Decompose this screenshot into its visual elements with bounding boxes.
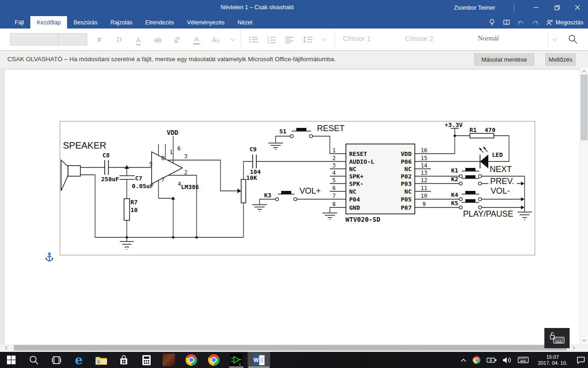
store-button[interactable] [113, 352, 135, 368]
undo-icon[interactable] [517, 19, 525, 26]
styles-divider [548, 33, 548, 46]
circuit-app-button[interactable]: c [225, 352, 248, 368]
start-button[interactable] [0, 352, 23, 368]
ic-name-nc3: NC [404, 166, 412, 172]
share-person-icon [546, 19, 554, 26]
text-effects-button[interactable]: A [211, 36, 221, 44]
horizontal-scroll-thumb[interactable] [14, 345, 567, 351]
ic-name-p06: P06 [401, 158, 412, 165]
tab-rajzolas[interactable]: Rajzolás [104, 16, 139, 29]
underline-button[interactable]: A [133, 36, 143, 44]
style-cimsor2[interactable]: Címsor 2 [405, 34, 433, 42]
paragraph-group-chevron-icon[interactable] [321, 38, 326, 41]
ic-pin-5: 5 [332, 177, 335, 184]
vertical-scroll-thumb[interactable] [581, 75, 588, 140]
strikethrough-button[interactable]: ab [153, 36, 163, 44]
scroll-left-button[interactable] [0, 344, 13, 351]
file-explorer-button[interactable] [90, 352, 113, 368]
save-copy-button[interactable]: Másolat mentése [474, 53, 534, 66]
chevron-down-icon [582, 339, 586, 342]
search-icon[interactable] [568, 34, 578, 45]
ic-pin-13: 13 [421, 170, 427, 176]
playpause-label: PLAY/PAUSE [463, 209, 513, 218]
scroll-up-button[interactable] [580, 68, 588, 75]
ic-pin-11: 11 [421, 185, 427, 191]
volume-icon[interactable] [503, 356, 512, 364]
bold-button[interactable]: F [95, 36, 105, 44]
highlighter-button[interactable] [172, 35, 182, 45]
clock-date: 2017. 04. 10. [535, 360, 571, 366]
taskbar-search-button[interactable] [23, 352, 45, 368]
italic-button[interactable]: D [114, 36, 124, 44]
k5-ref: K5 [451, 200, 458, 207]
minimize-button[interactable] [526, 0, 547, 15]
tab-velemenyezes[interactable]: Véleményezés [181, 16, 231, 29]
ic-name-p03: P03 [401, 180, 412, 187]
redo-icon[interactable] [531, 19, 539, 26]
lightbulb-icon[interactable] [488, 18, 496, 26]
r7-ref: R7 [130, 199, 138, 206]
styles-chevron-icon[interactable] [552, 38, 557, 41]
c8-value: 250uF [101, 176, 119, 183]
task-view-button[interactable] [45, 352, 68, 368]
c7-value: 0.05uF [132, 183, 153, 190]
tray-chevron-up-icon[interactable] [460, 358, 467, 362]
font-group-chevron-icon[interactable] [230, 38, 235, 41]
tray-keyboard-icon[interactable] [518, 356, 529, 363]
tab-nezet[interactable]: Nézet [231, 16, 259, 29]
word-button[interactable]: W [248, 352, 270, 368]
opamp-pin5: 5 [149, 161, 153, 167]
active-app-indicator [249, 367, 269, 368]
game-app-icon [163, 354, 175, 366]
restore-button[interactable] [547, 0, 567, 15]
schematic-border [60, 121, 535, 255]
numbered-list-icon[interactable]: 123 [266, 35, 277, 44]
edge-button[interactable]: e [68, 352, 90, 368]
font-name-combobox[interactable] [11, 34, 59, 45]
style-cimsor1[interactable]: Címsor 1 [343, 34, 371, 42]
tab-elrendezes[interactable]: Elrendezés [139, 16, 181, 29]
font-color-button[interactable]: A [192, 35, 202, 45]
battery-icon[interactable] [486, 357, 497, 363]
ic-pin-8: 8 [332, 201, 335, 207]
ribbon-toolbar: F D A ab A A 123 Címsor 1 Címsor 2 Normá… [0, 29, 588, 51]
tab-kezdolap[interactable]: Kezdőlap [30, 16, 67, 29]
line-spacing-icon[interactable] [302, 35, 313, 44]
touch-keyboard-popup[interactable] [544, 328, 570, 348]
tab-beszuras[interactable]: Beszúrás [67, 16, 104, 29]
r1-value: 470 [485, 126, 496, 133]
next-label: NEXT [490, 165, 512, 174]
dismiss-button[interactable]: Mellőzés [545, 53, 576, 66]
scroll-down-button[interactable] [580, 337, 588, 344]
style-normal[interactable]: Normál [478, 34, 499, 42]
close-button[interactable] [567, 0, 588, 15]
bullet-list-icon[interactable] [249, 35, 259, 44]
vdd-label: VDD [167, 129, 178, 136]
share-button[interactable]: Megosztás [546, 19, 583, 26]
action-center-icon[interactable] [577, 356, 585, 364]
tray-chrome-icon[interactable] [473, 356, 481, 364]
ic-name-p07: P07 [401, 204, 412, 211]
minimize-icon [534, 5, 539, 10]
opamp-pin3: 3 [184, 153, 187, 160]
calculator-button[interactable] [135, 352, 158, 368]
opamp-pin6: 6 [177, 145, 181, 152]
title-bar: Névtelen 1 – Csak olvasható Zsombor Teim… [0, 0, 588, 16]
document-title: Névtelen 1 – Csak olvasható [0, 4, 514, 11]
ic-name-nc4: NC [404, 188, 412, 195]
k4-ref: K4 [451, 191, 458, 198]
chrome-button-2[interactable] [203, 352, 225, 368]
restore-icon [554, 5, 560, 11]
signed-in-user[interactable]: Zsombor Teimer [454, 5, 495, 11]
font-size-combobox[interactable] [59, 34, 87, 45]
game-app-button[interactable] [158, 352, 180, 368]
reset-label: RESET [317, 124, 345, 133]
align-left-icon[interactable] [284, 35, 294, 44]
tab-fajl[interactable]: Fájl [8, 16, 30, 29]
circuit-schematic-image[interactable]: SPEAKER C8 250uF C7 0.05uF R7 10 VDD 5 8… [60, 121, 535, 255]
taskbar-clock[interactable]: 15:07 2017. 04. 10. [535, 354, 571, 366]
read-mode-book-icon[interactable] [503, 19, 510, 26]
ic-name-nc2: NC [349, 188, 356, 195]
ic-part-number: WTV020-SD [345, 216, 380, 223]
chrome-button[interactable] [180, 352, 203, 368]
